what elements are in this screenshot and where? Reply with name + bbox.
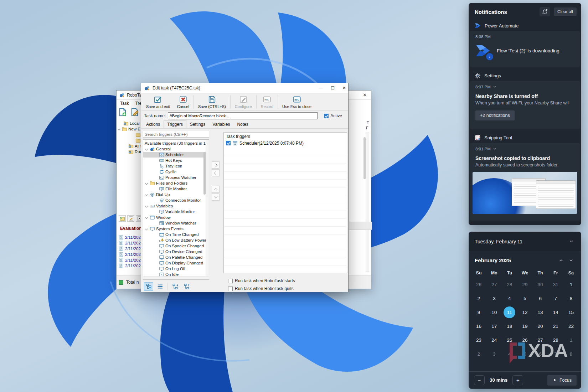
new-task-icon[interactable]	[118, 108, 127, 117]
collapse-all-button[interactable]	[182, 282, 191, 291]
trigger-tree-item[interactable]: On Time Changed	[143, 232, 209, 237]
trigger-tree-item[interactable]: File Monitor	[143, 186, 209, 192]
calendar-collapse-button[interactable]	[566, 237, 577, 246]
robotask-close-icon[interactable]: ✕	[363, 92, 367, 98]
evaluation-row[interactable]: 2/11/2025	[119, 257, 143, 263]
calendar-day[interactable]: 3	[486, 292, 502, 305]
focus-button[interactable]: Focus	[547, 375, 577, 386]
save-button[interactable]: Save (CTRL+S)	[195, 94, 229, 110]
evaluation-row[interactable]: 2/11/2025	[119, 252, 143, 257]
trigger-tree-item[interactable]: Variables	[143, 203, 209, 209]
increase-minutes-button[interactable]: +	[512, 375, 523, 385]
calendar-day[interactable]: 14	[548, 305, 563, 319]
calendar-day[interactable]: 17	[486, 319, 502, 333]
calendar-day[interactable]: 1	[563, 333, 579, 347]
evaluation-row[interactable]: 2/11/2025	[119, 263, 143, 269]
calendar-day[interactable]: 2	[471, 292, 486, 305]
trigger-tree-item[interactable]: Dial-Up	[143, 192, 209, 197]
calendar-day[interactable]: 5	[517, 292, 532, 305]
prev-month-button[interactable]	[556, 256, 566, 265]
run-on-quit-option[interactable]: Run task when RoboTask quits	[228, 286, 294, 291]
calendar-day[interactable]: 18	[502, 319, 517, 333]
trigger-tree-item[interactable]: Window	[143, 215, 209, 220]
snipping-tool-notification[interactable]: 8:01 PM Screenshot copied to clipboard A…	[470, 143, 580, 221]
calendar-day[interactable]: 30	[533, 278, 548, 292]
chevron-down-icon[interactable]	[492, 84, 497, 89]
trigger-enabled-checkbox[interactable]	[226, 141, 231, 145]
tree-view-button[interactable]	[144, 282, 153, 291]
calendar-day[interactable]: 6	[533, 347, 548, 361]
list-view-button[interactable]	[155, 282, 165, 291]
evaluation-row[interactable]: 2/11/2025	[119, 234, 143, 240]
screenshot-thumbnail[interactable]	[473, 172, 577, 214]
tree-vertical-scrollbar[interactable]	[206, 140, 209, 279]
maximize-icon[interactable]: ☐	[331, 86, 335, 91]
tab[interactable]: Actions	[143, 120, 164, 129]
menu-task[interactable]: Task	[120, 101, 129, 106]
calendar-day[interactable]: 31	[548, 278, 563, 292]
do-not-disturb-button[interactable]	[540, 7, 550, 16]
tab[interactable]: Triggers	[164, 120, 186, 129]
calendar-day[interactable]: 13	[533, 305, 548, 319]
calendar-day[interactable]: 8	[563, 347, 579, 361]
tab[interactable]: Notes	[233, 120, 252, 129]
run-on-start-option[interactable]: Run task when RoboTask starts	[228, 278, 295, 283]
calendar-day[interactable]: 2	[471, 347, 486, 361]
trigger-tree-item[interactable]: Connection Monitor	[143, 197, 209, 203]
trigger-tree-item[interactable]: On Log Off	[143, 266, 209, 272]
minimize-icon[interactable]: —	[319, 86, 323, 91]
calendar-day[interactable]: 12	[517, 305, 532, 319]
evaluation-row[interactable]: 2/11/2025	[119, 240, 143, 246]
active-checkbox[interactable]	[324, 114, 329, 118]
next-month-button[interactable]	[566, 256, 576, 265]
trigger-tree-item[interactable]: On Spooler Changed	[143, 243, 209, 249]
cancel-button[interactable]: Cancel	[174, 94, 193, 110]
run-on-quit-checkbox[interactable]	[228, 287, 233, 291]
task-name-input[interactable]	[168, 112, 318, 119]
search-triggers-input[interactable]	[143, 131, 209, 138]
run-on-start-checkbox[interactable]	[228, 279, 233, 283]
tab[interactable]: Variables	[209, 120, 233, 129]
trigger-tree-item[interactable]: Hot Keys	[143, 158, 209, 163]
decrease-minutes-button[interactable]: −	[474, 375, 485, 385]
expand-chevron-icon[interactable]	[145, 182, 148, 185]
tab[interactable]: Settings	[186, 120, 209, 129]
trigger-tree-item[interactable]: Tray Icon	[143, 163, 209, 169]
calendar-day[interactable]: 24	[486, 333, 502, 347]
trigger-tree-item[interactable]: Variable Monitor	[143, 209, 209, 215]
add-trigger-button[interactable]	[212, 161, 220, 169]
expand-chevron-icon[interactable]	[145, 216, 148, 219]
calendar-day[interactable]: 8	[563, 292, 579, 305]
calendar-day[interactable]: 16	[471, 319, 486, 333]
dialog-titlebar[interactable]: Edit task (F475C25C.tsk)	[141, 83, 348, 93]
calendar-day[interactable]: 7	[548, 292, 563, 305]
scrollbar-thumb[interactable]	[363, 137, 366, 179]
tree-horizontal-scrollbar[interactable]	[143, 276, 209, 279]
trigger-tree-item[interactable]: Window Watcher	[143, 220, 209, 226]
trigger-tree-item[interactable]: System Events	[143, 226, 209, 232]
expand-chevron-icon[interactable]	[145, 148, 148, 150]
calendar-day[interactable]: 9	[471, 305, 486, 319]
power-automate-notification[interactable]: 8:08 PM ↓ Flow ‘Test (2)’ is downloading	[470, 31, 580, 67]
calendar-day[interactable]: 26	[517, 333, 532, 347]
calendar-day[interactable]: 3	[486, 347, 502, 361]
calendar-day[interactable]: 10	[486, 305, 502, 319]
trigger-tree-item[interactable]: Cyclic	[143, 169, 209, 175]
power-automate-group-header[interactable]: Power Automate	[469, 20, 581, 31]
calendar-day[interactable]: 5	[517, 347, 532, 361]
trigger-tree-item[interactable]: Files and Folders	[143, 180, 209, 186]
calendar-day[interactable]: 20	[533, 319, 548, 333]
snipping-tool-group-header[interactable]: Snipping Tool	[469, 132, 581, 143]
trigger-tree-item[interactable]: Process Watcher	[143, 175, 209, 180]
new-folder-button[interactable]	[119, 215, 126, 222]
move-up-button[interactable]	[212, 186, 220, 193]
calendar-day[interactable]: 25	[502, 333, 517, 347]
trigger-tree-item[interactable]: On Display Changed	[143, 260, 209, 266]
chevron-down-icon[interactable]	[492, 146, 497, 151]
calendar-day[interactable]: 6	[533, 292, 548, 305]
scrollbar-thumb[interactable]	[203, 152, 206, 195]
task-trigger-item[interactable]: Scheduler(2/12/2025 8:07:48 PM)	[224, 140, 347, 146]
edit-task-dialog[interactable]: Edit task (F475C25C.tsk) — ☐ ✕ Save and …	[141, 83, 349, 292]
trigger-tree-item[interactable]: General	[143, 146, 209, 152]
edit-task-icon[interactable]	[130, 108, 139, 117]
